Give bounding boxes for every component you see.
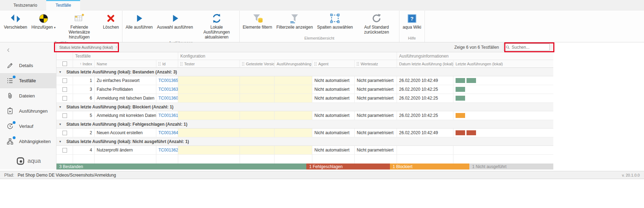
cell-last-runs [453,129,553,137]
chevron-left-icon [6,47,11,53]
column-header-id[interactable]: Id [156,60,178,67]
cell-version[interactable] [240,85,275,94]
group-row-bestanden[interactable]: Status letzte Ausführung (lokal): Bestan… [56,68,553,76]
row-checkbox[interactable] [62,78,67,83]
fehlende-wertesaetze-button[interactable]: Fehlende Wertesätze hinzufügen [58,11,101,40]
column-header-valueset[interactable]: Wertesatz [355,60,397,67]
cell-dependency[interactable] [275,129,312,137]
sidebar-item-label: Verlauf [19,124,33,129]
empty-cell [355,155,397,164]
cell-version[interactable] [240,94,275,102]
tab-testszenario[interactable]: Testszenario [4,0,46,11]
collap se-triangle-icon[interactable] [59,122,63,126]
cell-version[interactable] [240,111,275,120]
testcase-id-link[interactable]: TC001363 [158,87,178,92]
testcase-id-link[interactable]: TC001362 [158,148,178,153]
column-header-checkbox [56,60,73,67]
table-row[interactable]: 2 Neuen Account erstellen TC001364 Nicht… [56,129,553,137]
table-row[interactable]: 6 Anmeldung mit falschen Daten TC001360 … [56,94,553,103]
column-header-dependency[interactable]: Ausführungsabhäng [275,60,312,67]
testcase-id-link[interactable]: TC001360 [158,96,178,101]
execution-bar-blocked [456,113,465,118]
empty-cell [397,155,453,164]
sidebar-item-verlauf[interactable]: Verlauf [0,119,56,134]
row-checkbox[interactable] [62,113,67,118]
sidebar-item-ausfuehrungen[interactable]: Ausführungen [0,103,56,119]
table-row[interactable]: 3 Falsche Profildaten TC001363 Nicht aut… [56,85,553,94]
cell-tester[interactable] [178,111,240,120]
cell-dependency[interactable] [275,111,312,120]
empty-cell [156,155,178,164]
testcase-id-link[interactable]: TC001364 [158,130,178,135]
verschieben-button[interactable]: Verschieben [2,11,29,30]
column-header-name[interactable]: Name [95,60,156,67]
cell-dependency[interactable] [275,94,312,102]
alle-ausfuehren-button[interactable]: Alle ausführen [124,11,155,30]
cell-version[interactable] [240,129,275,137]
column-header-agent[interactable]: Agent [312,60,355,67]
cell-tester[interactable] [178,146,240,154]
collapse-triangle-icon[interactable] [59,105,63,109]
auswahl-ausfuehren-button[interactable]: Auswahl ausführen [155,11,195,30]
group-by-chip[interactable]: Status letzte Ausführung (lokal) ↑ [59,45,118,49]
cell-version[interactable] [240,146,275,154]
aqua-logo-icon [16,157,25,165]
testcase-id-link[interactable]: TC001365 [158,78,178,83]
ribbon-group-ausfuehrungen: Alle ausführen Auswahl ausführen Lokale … [122,11,240,42]
tab-testfaelle[interactable]: Testfälle [46,0,80,11]
row-checkbox[interactable] [62,131,67,135]
row-checkbox[interactable] [62,87,67,92]
status-bar-footer: Pfad: Pet Shop Demo DE Videos/Screenshot… [0,171,644,179]
row-checkbox[interactable] [62,96,67,101]
aqua-logo-text: aqua [28,158,41,165]
group-row-fehlgeschlagen[interactable]: Status letzte Ausführung (lokal): Fehlge… [56,120,553,129]
elemente-filtern-button[interactable]: Elemente filtern [241,11,274,30]
lokale-ausfuehrungen-aktualisieren-button[interactable]: Lokale Ausführungen aktualisieren [195,11,238,40]
cell-id: TC001364 [156,129,178,137]
cell-tester[interactable] [178,85,240,94]
search-input[interactable] [512,45,547,50]
aqua-wiki-button[interactable]: aqua Wiki [401,11,423,30]
sidebar-collapse-button[interactable] [0,42,56,58]
group-row-nicht-ausgefuehrt[interactable]: Status letzte Ausführung (lokal): Nicht … [56,137,553,146]
auf-standard-zuruecksetzen-button[interactable]: Auf Standard zurücksetzen [355,11,398,35]
cell-index: 5 [73,111,95,120]
sidebar-item-details[interactable]: Details [0,58,56,73]
column-header-index[interactable]: ↑Index [73,60,95,67]
sidebar-item-dateien[interactable]: Dateien [0,88,56,103]
column-header-last-date[interactable]: Datum letzte Ausführung (lokal) [397,60,453,67]
testcase-id-link[interactable]: TC001361 [158,113,178,118]
cell-tester[interactable] [178,94,240,102]
select-all-checkbox[interactable] [62,61,67,66]
collapse-triangle-icon[interactable] [59,70,63,74]
cell-checkbox [56,85,73,94]
cell-dependency[interactable] [275,146,312,154]
record-count-label: Zeige 6 von 6 Testfällen [454,45,499,50]
cell-last-runs [453,111,553,120]
filterzeile-anzeigen-button[interactable]: Filterzeile anzeigen [274,11,315,30]
hinzufuegen-button[interactable]: Hinzufügen ▾ [29,11,58,30]
collapse-triangle-icon[interactable] [59,139,63,143]
cell-version[interactable] [240,76,275,85]
table-row[interactable]: 4 Nutzerprofil ändern TC001362 Nicht aut… [56,146,553,155]
cell-dependency[interactable] [275,85,312,94]
cell-tester[interactable] [178,76,240,85]
loeschen-button[interactable]: Löschen [101,11,121,30]
table-row[interactable]: 5 Anmeldung mit korrekten Daten TC001361… [56,111,553,120]
table-row[interactable]: 1 Zu einfaches Passwort TC001365 Nicht a… [56,76,553,85]
row-checkbox[interactable] [62,148,67,153]
column-header-version[interactable]: Getestete Version [240,60,275,67]
sidebar-item-label: Dateien [19,93,35,99]
cell-valueset: Nicht parametrisiert [355,76,397,85]
spalten-auswaehlen-button[interactable]: Spalten auswählen [315,11,355,30]
column-header-last-runs[interactable]: Letzte Ausführungen (lokal) [453,60,553,67]
column-header-tester[interactable]: Tester [178,60,240,67]
cell-tester[interactable] [178,129,240,137]
sidebar-item-testfaelle[interactable]: Testfälle [0,73,56,88]
cell-dependency[interactable] [275,76,312,85]
group-row-blockiert[interactable]: Status letzte Ausführung (lokal): Blocki… [56,103,553,111]
cell-index: 6 [73,94,95,102]
cell-id: TC001361 [156,111,178,120]
sidebar-item-abhaengigkeiten[interactable]: Abhängigkeiten [0,134,56,149]
search-box[interactable] [503,43,550,51]
